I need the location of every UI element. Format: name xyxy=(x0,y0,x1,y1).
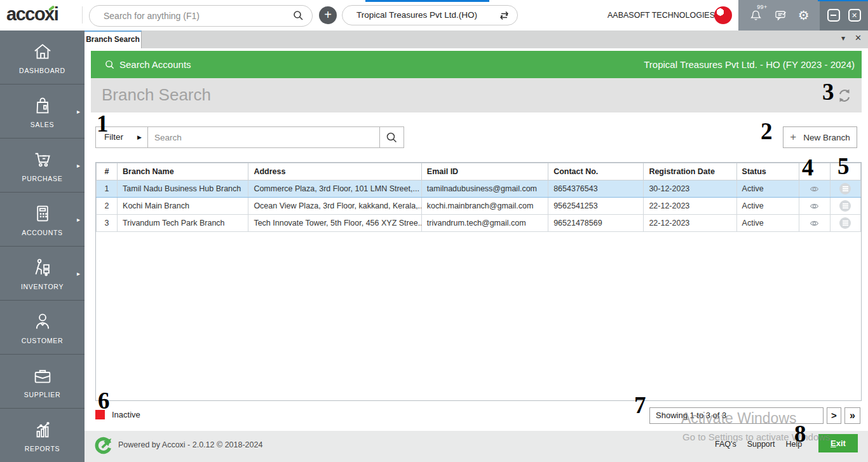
add-new-button[interactable]: + xyxy=(319,6,337,24)
sidebar-item-purchase[interactable]: PURCHASE ▸ xyxy=(0,139,85,193)
minimize-button[interactable] xyxy=(827,9,840,22)
tab-bar: Branch Search ▾ ✕ xyxy=(85,31,868,48)
email-cell: tamilnadubusiness@gmail.com xyxy=(421,180,548,198)
sidebar-item-label: ACCOUNTS xyxy=(22,229,63,236)
module-header-bar: Search Accounts Tropical Treasures Pvt L… xyxy=(91,51,862,78)
organization-avatar[interactable] xyxy=(714,6,732,24)
bar-chart-icon xyxy=(31,419,54,440)
row-menu-icon[interactable] xyxy=(839,183,851,194)
feedback-button[interactable] xyxy=(774,8,788,22)
faq-link[interactable]: FAQ's xyxy=(715,440,736,449)
next-page-button[interactable]: > xyxy=(827,407,841,424)
table-row[interactable]: 1 Tamil Nadu Business Hub Branch Commerc… xyxy=(97,180,861,198)
table-row[interactable]: 3 Trivandum Tech Park Branch Tech Innova… xyxy=(97,215,861,232)
branch-search-input[interactable] xyxy=(148,127,379,147)
sidebar-item-supplier[interactable]: SUPPLIER xyxy=(0,355,85,409)
tab-close-icon[interactable]: ✕ xyxy=(855,33,862,43)
app-window: accoxi + Tropical Treasures Pvt Ltd.(HO)… xyxy=(0,0,868,462)
view-icon[interactable] xyxy=(809,219,820,228)
company-selector[interactable]: Tropical Treasures Pvt Ltd.(HO) xyxy=(342,5,518,25)
sidebar-item-inventory[interactable]: INVENTORY ▸ xyxy=(0,247,85,301)
submenu-arrow-icon: ▸ xyxy=(77,216,80,223)
view-icon[interactable] xyxy=(809,185,820,193)
row-index: 1 xyxy=(97,180,118,198)
row-index: 3 xyxy=(97,215,118,232)
status-cell: Active xyxy=(736,180,799,198)
sidebar-item-dashboard[interactable]: DASHBOARD xyxy=(0,31,85,85)
sidebar-item-sales[interactable]: SALES ▸ xyxy=(0,85,85,139)
email-cell: kochi.mainbranch@gmail.com xyxy=(421,198,548,215)
contact-cell: 9562541253 xyxy=(548,198,644,215)
hand-truck-icon xyxy=(31,257,55,278)
exit-button[interactable]: Exit xyxy=(818,434,858,452)
module-header: Search Accounts xyxy=(105,51,191,78)
account-name: AABASOFT TECHNOLOGIES xyxy=(607,11,715,20)
col-status: Status xyxy=(736,163,799,180)
close-button[interactable]: ✕ xyxy=(848,9,861,22)
col-index: # xyxy=(97,163,118,180)
address-cell: Ocean View Plaza, 3rd Floor, kakkand, Ke… xyxy=(248,198,421,215)
new-branch-button[interactable]: + New Branch xyxy=(783,126,857,148)
status-legend: Inactive xyxy=(95,410,140,419)
search-submit-button[interactable] xyxy=(379,127,403,147)
row-menu-icon[interactable] xyxy=(839,217,851,229)
status-cell: Active xyxy=(736,198,799,215)
top-accent-strip xyxy=(365,0,489,2)
settings-gear-icon[interactable]: ⚙ xyxy=(798,9,810,22)
last-page-button[interactable]: » xyxy=(844,407,860,424)
branch-table-container: # Branch Name Address Email ID Contact N… xyxy=(95,162,862,401)
col-email: Email ID xyxy=(421,163,548,180)
notifications-button[interactable]: 99+ xyxy=(749,8,763,23)
accoxi-footer-logo-icon xyxy=(94,437,112,455)
branch-name-cell: Tamil Nadu Business Hub Branch xyxy=(118,180,248,198)
top-accent-strip-right xyxy=(818,0,868,1)
search-icon[interactable] xyxy=(293,10,304,21)
annotation-2: 2 xyxy=(761,119,773,143)
col-actions xyxy=(830,163,860,180)
sidebar-item-label: SUPPLIER xyxy=(24,391,61,398)
footer-links: FAQ's Support Help xyxy=(715,440,802,449)
filter-label: Filter xyxy=(104,132,123,142)
filter-dropdown[interactable]: Filter ▶ xyxy=(96,127,148,147)
company-selector-label: Tropical Treasures Pvt Ltd.(HO) xyxy=(356,10,477,20)
submenu-arrow-icon: ▸ xyxy=(77,108,80,115)
date-cell: 22-12-2023 xyxy=(644,215,736,232)
refresh-icon[interactable] xyxy=(836,87,853,104)
account-menu[interactable]: AABASOFT TECHNOLOGIES ▸ xyxy=(607,0,722,31)
table-row[interactable]: 2 Kochi Main Branch Ocean View Plaza, 3r… xyxy=(97,198,861,215)
notification-badge: 99+ xyxy=(757,4,767,10)
filter-arrow-icon: ▶ xyxy=(137,127,142,147)
calculator-icon xyxy=(31,203,54,224)
sidebar-item-accounts[interactable]: ACCOUNTS ▸ xyxy=(0,193,85,247)
sidebar-item-label: CUSTOMER xyxy=(22,337,64,344)
contact-cell: 96521478569 xyxy=(548,215,644,232)
sidebar-item-label: PURCHASE xyxy=(22,175,63,182)
inactive-legend-label: Inactive xyxy=(112,410,140,419)
logo-text-left: acco xyxy=(6,4,44,24)
view-icon[interactable] xyxy=(809,202,820,210)
sidebar-item-label: SALES xyxy=(31,121,54,128)
window-controls: ✕ xyxy=(820,0,868,31)
sidebar-item-customer[interactable]: CUSTOMER xyxy=(0,301,85,355)
row-menu-icon[interactable] xyxy=(839,200,851,212)
branch-name-cell: Kochi Main Branch xyxy=(118,198,248,215)
submenu-arrow-icon: ▸ xyxy=(77,270,80,277)
powered-by-text: Powered by Accoxi - 2.0.12 © 2018-2024 xyxy=(118,440,262,449)
support-link[interactable]: Support xyxy=(747,440,775,449)
switch-company-icon[interactable] xyxy=(498,10,510,22)
module-header-label: Search Accounts xyxy=(119,59,191,70)
address-cell: Tech Innovate Tower, 5th Floor, 456 XYZ … xyxy=(248,215,421,232)
new-branch-label: New Branch xyxy=(803,133,850,142)
global-search-input[interactable] xyxy=(90,6,312,26)
briefcase-icon xyxy=(31,365,54,386)
company-financial-year: Tropical Treasures Pvt Ltd. - HO (FY 202… xyxy=(644,51,855,78)
tab-list-caret-icon[interactable]: ▾ xyxy=(841,34,845,43)
sidebar-item-label: DASHBOARD xyxy=(19,67,65,74)
email-cell: trivandrum.tech@gmail.com xyxy=(421,215,548,232)
global-search[interactable] xyxy=(89,5,313,27)
col-contact: Contact No. xyxy=(548,163,644,180)
sidebar-item-reports[interactable]: REPORTS xyxy=(0,409,85,462)
table-header-row: # Branch Name Address Email ID Contact N… xyxy=(97,163,861,180)
help-link[interactable]: Help xyxy=(785,440,802,449)
tab-branch-search[interactable]: Branch Search xyxy=(85,31,142,48)
